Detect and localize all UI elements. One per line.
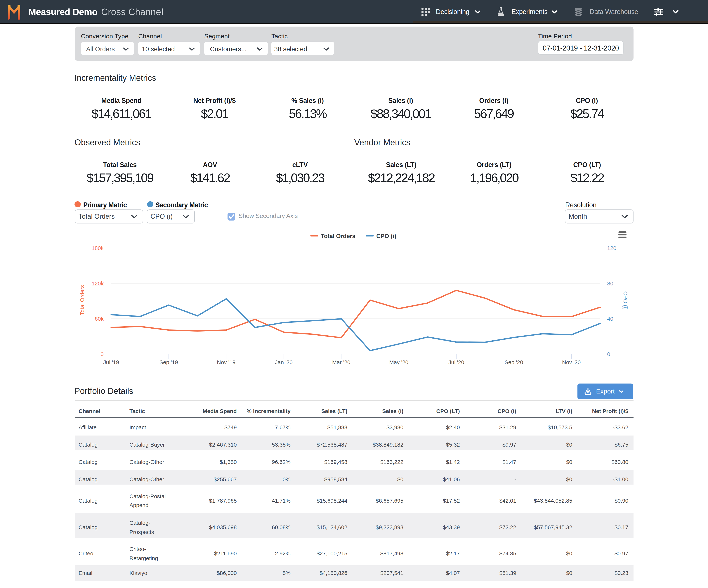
svg-text:0: 0 (607, 351, 610, 357)
svg-text:May '20: May '20 (389, 359, 408, 365)
svg-text:Jul '19: Jul '19 (103, 359, 119, 365)
svg-text:180k: 180k (92, 245, 104, 251)
svg-text:Nov '19: Nov '19 (217, 359, 236, 365)
svg-text:0: 0 (100, 351, 104, 357)
svg-text:CPO (i): CPO (i) (622, 291, 628, 310)
svg-text:Sep '20: Sep '20 (505, 359, 523, 365)
svg-text:40: 40 (607, 316, 613, 322)
svg-text:Jan '20: Jan '20 (275, 359, 293, 365)
svg-text:Mar '20: Mar '20 (332, 359, 350, 365)
svg-text:120k: 120k (92, 281, 104, 287)
svg-text:120: 120 (607, 245, 616, 251)
svg-text:Total Orders: Total Orders (79, 285, 85, 315)
svg-text:80: 80 (607, 281, 613, 287)
svg-text:60k: 60k (95, 316, 104, 322)
svg-text:Total Orders: Total Orders (321, 233, 355, 239)
svg-text:Nov '20: Nov '20 (562, 359, 581, 365)
svg-text:Jul '20: Jul '20 (448, 359, 464, 365)
svg-text:CPO (i): CPO (i) (376, 233, 396, 239)
svg-text:Sep '19: Sep '19 (159, 359, 178, 365)
